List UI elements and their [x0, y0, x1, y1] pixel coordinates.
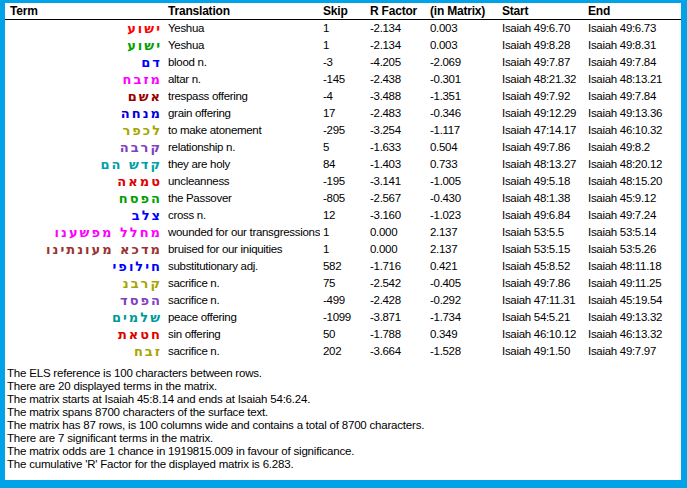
terms-table: TermTranslationSkipR Factor(in Matrix)St… [5, 3, 681, 360]
cell-start: Isaiah 54:5.21 [499, 309, 585, 326]
matrix-summary: The ELS reference is 100 characters betw… [5, 367, 681, 471]
cell-end: Isaiah 53:5.26 [585, 241, 681, 258]
table-row[interactable]: הפסדsacrifice n.-499-2.428-0.292Isaiah 4… [5, 292, 681, 309]
table-row[interactable]: קרבהrelationship n.5-1.6330.504Isaiah 49… [5, 139, 681, 156]
term-hebrew: חילופי [5, 258, 165, 275]
table-row[interactable]: צלבcross n.12-3.160-1.023Isaiah 49:6.84I… [5, 207, 681, 224]
cell-r_factor: -2.438 [367, 71, 427, 88]
cell-skip: 84 [320, 156, 367, 173]
cell-end: Isaiah 45:9.12 [585, 190, 681, 207]
cell-end: Isaiah 49:7.24 [585, 207, 681, 224]
cell-r_factor: -3.488 [367, 88, 427, 105]
cell-translation: wounded for our transgressions [165, 224, 320, 241]
cell-start: Isaiah 49:12.29 [499, 105, 585, 122]
cell-r_factor: 0.000 [367, 241, 427, 258]
cell-r_factor: -1.403 [367, 156, 427, 173]
table-row[interactable]: קרבנsacrifice n.75-2.542-0.405Isaiah 49:… [5, 275, 681, 292]
table-row[interactable]: אשםtrespass offering-4-3.488-1.351Isaiah… [5, 88, 681, 105]
summary-line: The matrix has 87 rows, is 100 columns w… [7, 419, 681, 432]
term-hebrew: אשם [5, 88, 165, 105]
cell-in_matrix: -0.430 [427, 190, 499, 207]
cell-end: Isaiah 48:15.20 [585, 173, 681, 190]
term-hebrew: קדש הם [5, 156, 165, 173]
cell-end: Isaiah 49:7.84 [585, 88, 681, 105]
cell-end: Isaiah 48:13.21 [585, 71, 681, 88]
table-row[interactable]: לכפרto make atonement-295-3.254-1.117Isa… [5, 122, 681, 139]
cell-in_matrix: 0.003 [427, 20, 499, 37]
term-hebrew: הפסח [5, 190, 165, 207]
cell-r_factor: -2.134 [367, 37, 427, 54]
cell-skip: 12 [320, 207, 367, 224]
cell-end: Isaiah 53:5.14 [585, 224, 681, 241]
cell-translation: uncleanness [165, 173, 320, 190]
cell-translation: trespass offering [165, 88, 320, 105]
summary-line: The matrix spans 8700 characters of the … [7, 406, 681, 419]
cell-end: Isaiah 49:7.84 [585, 54, 681, 71]
cell-translation: relationship n. [165, 139, 320, 156]
column-header-in_matrix: (in Matrix) [427, 3, 499, 20]
cell-start: Isaiah 49:7.87 [499, 54, 585, 71]
cell-skip: 5 [320, 139, 367, 156]
table-row[interactable]: ישועYeshua1-2.1340.003Isaiah 49:8.28Isai… [5, 37, 681, 54]
table-row[interactable]: מדכא מעונתינוbruised for our iniquities1… [5, 241, 681, 258]
cell-start: Isaiah 49:8.28 [499, 37, 585, 54]
table-row[interactable]: חטאתsin offering50-1.7880.349Isaiah 46:1… [5, 326, 681, 343]
cell-r_factor: -2.567 [367, 190, 427, 207]
column-header-skip: Skip [320, 3, 367, 20]
cell-in_matrix: -1.528 [427, 343, 499, 360]
table-row[interactable]: מזבחaltar n.-145-2.438-0.301Isaiah 48:21… [5, 71, 681, 88]
term-hebrew: הפסד [5, 292, 165, 309]
cell-start: Isaiah 49:1.50 [499, 343, 585, 360]
cell-translation: bruised for our iniquities [165, 241, 320, 258]
cell-translation: Yeshua [165, 20, 320, 37]
cell-skip: -805 [320, 190, 367, 207]
cell-in_matrix: -1.351 [427, 88, 499, 105]
table-row[interactable]: דםblood n.-3-4.205-2.069Isaiah 49:7.87Is… [5, 54, 681, 71]
cell-r_factor: -2.134 [367, 20, 427, 37]
table-row[interactable]: שלמיםpeace offering-1099-3.871-1.734Isai… [5, 309, 681, 326]
els-matrix-report-window: TermTranslationSkipR Factor(in Matrix)St… [0, 0, 687, 488]
summary-line: The matrix odds are 1 chance in 1919815.… [7, 445, 681, 458]
term-hebrew: קרבה [5, 139, 165, 156]
table-row[interactable]: מחלל מפשענוwounded for our transgression… [5, 224, 681, 241]
column-header-term: Term [5, 3, 165, 20]
table-row[interactable]: קדש הםthey are holy84-1.4030.733Isaiah 4… [5, 156, 681, 173]
cell-translation: they are holy [165, 156, 320, 173]
term-hebrew: זבח [5, 343, 165, 360]
cell-start: Isaiah 45:8.52 [499, 258, 585, 275]
cell-skip: 75 [320, 275, 367, 292]
table-row[interactable]: מנחהgrain offering17-2.483-0.346Isaiah 4… [5, 105, 681, 122]
cell-skip: -4 [320, 88, 367, 105]
cell-skip: 1 [320, 20, 367, 37]
term-hebrew: חטאת [5, 326, 165, 343]
cell-translation: cross n. [165, 207, 320, 224]
cell-in_matrix: -1.734 [427, 309, 499, 326]
term-hebrew: לכפר [5, 122, 165, 139]
cell-r_factor: -2.428 [367, 292, 427, 309]
cell-skip: 1 [320, 37, 367, 54]
term-hebrew: דם [5, 54, 165, 71]
cell-skip: -499 [320, 292, 367, 309]
cell-r_factor: 0.000 [367, 224, 427, 241]
cell-r_factor: -3.871 [367, 309, 427, 326]
column-header-translation: Translation [165, 3, 320, 20]
term-hebrew: שלמים [5, 309, 165, 326]
cell-end: Isaiah 48:20.12 [585, 156, 681, 173]
table-row[interactable]: זבחsacrifice n.202-3.664-1.528Isaiah 49:… [5, 343, 681, 360]
table-row[interactable]: ישועYeshua1-2.1340.003Isaiah 49:6.70Isai… [5, 20, 681, 37]
table-row[interactable]: הפסחthe Passover-805-2.567-0.430Isaiah 4… [5, 190, 681, 207]
cell-start: Isaiah 46:10.12 [499, 326, 585, 343]
cell-skip: 17 [320, 105, 367, 122]
cell-r_factor: -1.633 [367, 139, 427, 156]
summary-line: The matrix starts at Isaiah 45:8.14 and … [7, 393, 681, 406]
cell-r_factor: -4.205 [367, 54, 427, 71]
cell-start: Isaiah 49:7.92 [499, 88, 585, 105]
table-row[interactable]: חילופיsubstitutionary adj.582-1.7160.421… [5, 258, 681, 275]
summary-line: There are 20 displayed terms in the matr… [7, 380, 681, 393]
cell-translation: sin offering [165, 326, 320, 343]
cell-in_matrix: -0.405 [427, 275, 499, 292]
cell-r_factor: -1.716 [367, 258, 427, 275]
cell-translation: substitutionary adj. [165, 258, 320, 275]
cell-end: Isaiah 48:11.18 [585, 258, 681, 275]
table-row[interactable]: טמאהuncleanness-195-3.141-1.005Isaiah 49… [5, 173, 681, 190]
